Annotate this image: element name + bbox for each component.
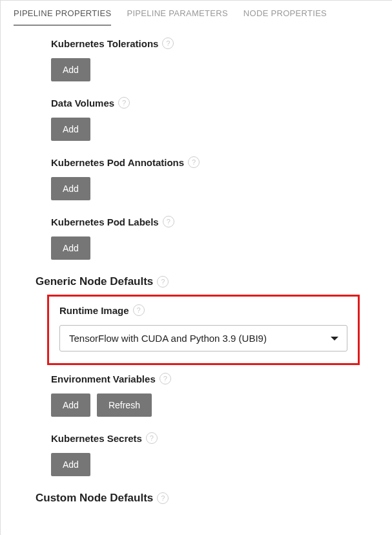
tab-pipeline-parameters[interactable]: PIPELINE PARAMETERS [127, 6, 227, 26]
section-title-text: Custom Node Defaults [36, 492, 153, 505]
help-icon[interactable]: ? [157, 492, 169, 504]
help-icon[interactable]: ? [160, 373, 171, 384]
help-icon[interactable]: ? [162, 37, 174, 49]
properties-panel: Kubernetes Tolerations ? Add Data Volume… [1, 26, 392, 524]
tab-node-properties[interactable]: NODE PROPERTIES [243, 6, 327, 26]
add-button-data-volumes[interactable]: Add [51, 118, 90, 141]
add-button-kubernetes-pod-labels[interactable]: Add [51, 236, 90, 260]
help-icon[interactable]: ? [157, 276, 169, 288]
label-environment-variables: Environment Variables ? [51, 373, 379, 384]
tab-pipeline-properties[interactable]: PIPELINE PROPERTIES [14, 6, 111, 26]
help-icon[interactable]: ? [163, 216, 174, 227]
help-icon[interactable]: ? [188, 156, 200, 168]
label-kubernetes-tolerations: Kubernetes Tolerations ? [51, 37, 379, 49]
label-text: Kubernetes Pod Annotations [51, 157, 184, 168]
section-title-text: Generic Node Defaults [36, 275, 153, 288]
section-custom-node-defaults: Custom Node Defaults ? [36, 492, 379, 505]
label-data-volumes: Data Volumes ? [51, 97, 379, 109]
label-kubernetes-secrets: Kubernetes Secrets ? [51, 432, 379, 444]
label-text: Data Volumes [51, 98, 114, 109]
add-button-environment-variables[interactable]: Add [51, 393, 90, 417]
runtime-image-select-wrap: TensorFlow with CUDA and Python 3.9 (UBI… [59, 325, 347, 351]
label-text: Runtime Image [59, 305, 129, 316]
label-text: Environment Variables [51, 373, 156, 384]
help-icon[interactable]: ? [118, 97, 130, 109]
label-kubernetes-pod-annotations: Kubernetes Pod Annotations ? [51, 156, 379, 168]
refresh-button-environment-variables[interactable]: Refresh [97, 393, 152, 417]
label-text: Kubernetes Tolerations [51, 38, 158, 49]
label-kubernetes-pod-labels: Kubernetes Pod Labels ? [51, 216, 379, 227]
help-icon[interactable]: ? [146, 432, 158, 444]
label-text: Kubernetes Pod Labels [51, 216, 159, 227]
add-button-kubernetes-secrets[interactable]: Add [51, 453, 90, 476]
label-text: Kubernetes Secrets [51, 433, 142, 444]
add-button-kubernetes-tolerations[interactable]: Add [51, 58, 90, 81]
add-button-kubernetes-pod-annotations[interactable]: Add [51, 177, 90, 200]
highlight-runtime-image: Runtime Image ? TensorFlow with CUDA and… [47, 295, 360, 365]
runtime-image-select[interactable]: TensorFlow with CUDA and Python 3.9 (UBI… [59, 325, 347, 351]
help-icon[interactable]: ? [133, 304, 145, 316]
tabs-bar: PIPELINE PROPERTIES PIPELINE PARAMETERS … [1, 1, 392, 26]
section-generic-node-defaults: Generic Node Defaults ? [36, 275, 379, 288]
label-runtime-image: Runtime Image ? [59, 304, 347, 316]
